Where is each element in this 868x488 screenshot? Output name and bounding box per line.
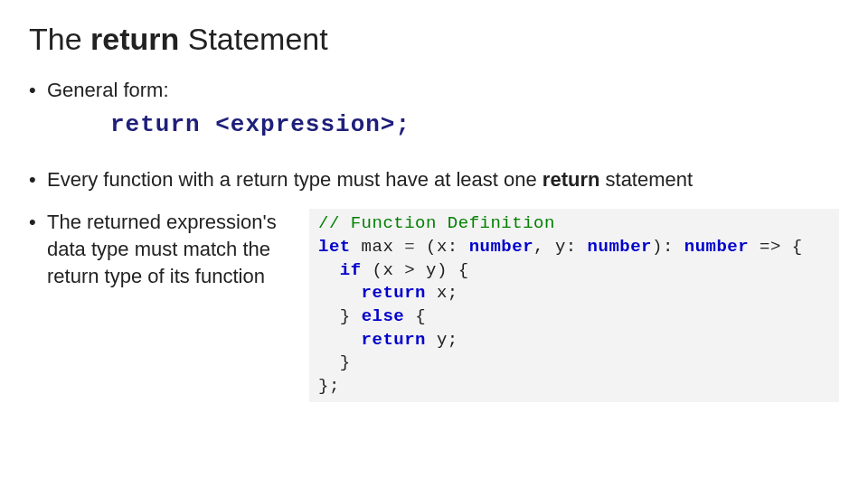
bullet2-pre: Every function with a return type must h… bbox=[47, 168, 542, 191]
ty-num2: number bbox=[588, 237, 652, 257]
arrow: => { bbox=[749, 237, 803, 257]
comma-y: , y: bbox=[533, 237, 588, 257]
kw-if: if bbox=[340, 260, 362, 280]
bullet-every-function: Every function with a return type must h… bbox=[29, 166, 839, 193]
code-snippet: // Function Definition let max = (x: num… bbox=[309, 209, 839, 401]
title-keyword: return bbox=[90, 22, 179, 56]
op-eq: = bbox=[404, 237, 415, 257]
kw-return-x: return bbox=[362, 283, 426, 303]
syntax-block: return <expression>; bbox=[47, 104, 839, 150]
bullet-two-column: The returned expression's data type must… bbox=[29, 209, 839, 401]
kw-let: let bbox=[318, 237, 351, 257]
bullet-general-form: General form: return <expression>; bbox=[29, 77, 839, 150]
fn-name: max bbox=[351, 237, 405, 257]
else-open: } bbox=[340, 306, 362, 326]
ty-num3: number bbox=[684, 237, 749, 257]
kw-else: else bbox=[362, 306, 405, 326]
bullet2-kw: return bbox=[542, 168, 600, 191]
page-title: The return Statement bbox=[29, 22, 839, 57]
paren-x: (x: bbox=[415, 237, 469, 257]
bullet3-text: The returned expression's data type must… bbox=[47, 209, 291, 289]
if-cond: (x > y) { bbox=[362, 260, 469, 280]
title-post: Statement bbox=[179, 22, 327, 56]
return-x: x; bbox=[426, 283, 458, 303]
outer-close: }; bbox=[318, 376, 340, 396]
inner-close: } bbox=[340, 352, 351, 372]
else-close: { bbox=[404, 306, 426, 326]
bullet1-text: General form: bbox=[47, 79, 169, 101]
return-y: y; bbox=[426, 330, 458, 350]
bullet-list: General form: return <expression>; Every… bbox=[29, 77, 839, 402]
title-pre: The bbox=[29, 22, 90, 56]
bullet2-post: statement bbox=[599, 168, 693, 191]
kw-return-y: return bbox=[362, 330, 426, 350]
code-comment: // Function Definition bbox=[318, 213, 555, 233]
close-paren: ): bbox=[652, 237, 684, 257]
ty-num1: number bbox=[469, 237, 533, 257]
